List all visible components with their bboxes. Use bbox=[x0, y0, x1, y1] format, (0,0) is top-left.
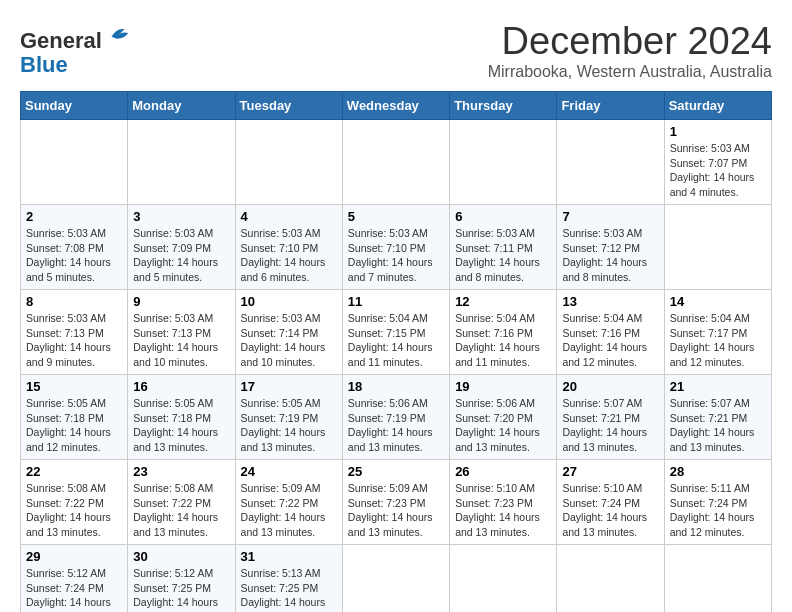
day-number: 26 bbox=[455, 464, 551, 479]
day-number: 16 bbox=[133, 379, 229, 394]
logo-bird-icon bbox=[104, 20, 132, 48]
calendar-week-6: 29Sunrise: 5:12 AMSunset: 7:24 PMDayligh… bbox=[21, 545, 772, 613]
weekday-header-wednesday: Wednesday bbox=[342, 92, 449, 120]
day-info: Sunrise: 5:06 AMSunset: 7:19 PMDaylight:… bbox=[348, 396, 444, 455]
day-number: 30 bbox=[133, 549, 229, 564]
day-number: 29 bbox=[26, 549, 122, 564]
calendar-cell: 10Sunrise: 5:03 AMSunset: 7:14 PMDayligh… bbox=[235, 290, 342, 375]
weekday-header-saturday: Saturday bbox=[664, 92, 771, 120]
day-info: Sunrise: 5:04 AMSunset: 7:16 PMDaylight:… bbox=[562, 311, 658, 370]
calendar-cell bbox=[557, 120, 664, 205]
calendar-cell bbox=[342, 545, 449, 613]
calendar-cell: 19Sunrise: 5:06 AMSunset: 7:20 PMDayligh… bbox=[450, 375, 557, 460]
calendar-cell: 26Sunrise: 5:10 AMSunset: 7:23 PMDayligh… bbox=[450, 460, 557, 545]
calendar-cell bbox=[342, 120, 449, 205]
calendar-cell: 7Sunrise: 5:03 AMSunset: 7:12 PMDaylight… bbox=[557, 205, 664, 290]
title-block: December 2024 Mirrabooka, Western Austra… bbox=[488, 20, 772, 81]
day-info: Sunrise: 5:04 AMSunset: 7:16 PMDaylight:… bbox=[455, 311, 551, 370]
weekday-header-tuesday: Tuesday bbox=[235, 92, 342, 120]
day-info: Sunrise: 5:13 AMSunset: 7:25 PMDaylight:… bbox=[241, 566, 337, 612]
day-number: 2 bbox=[26, 209, 122, 224]
day-number: 7 bbox=[562, 209, 658, 224]
day-info: Sunrise: 5:03 AMSunset: 7:11 PMDaylight:… bbox=[455, 226, 551, 285]
calendar-cell: 5Sunrise: 5:03 AMSunset: 7:10 PMDaylight… bbox=[342, 205, 449, 290]
day-number: 4 bbox=[241, 209, 337, 224]
calendar-cell bbox=[664, 545, 771, 613]
day-number: 18 bbox=[348, 379, 444, 394]
calendar-week-4: 15Sunrise: 5:05 AMSunset: 7:18 PMDayligh… bbox=[21, 375, 772, 460]
calendar-cell: 14Sunrise: 5:04 AMSunset: 7:17 PMDayligh… bbox=[664, 290, 771, 375]
logo-blue: Blue bbox=[20, 52, 68, 77]
calendar-cell: 21Sunrise: 5:07 AMSunset: 7:21 PMDayligh… bbox=[664, 375, 771, 460]
day-info: Sunrise: 5:09 AMSunset: 7:23 PMDaylight:… bbox=[348, 481, 444, 540]
calendar-cell: 22Sunrise: 5:08 AMSunset: 7:22 PMDayligh… bbox=[21, 460, 128, 545]
weekday-header-friday: Friday bbox=[557, 92, 664, 120]
day-number: 23 bbox=[133, 464, 229, 479]
calendar-cell: 23Sunrise: 5:08 AMSunset: 7:22 PMDayligh… bbox=[128, 460, 235, 545]
logo: General Blue bbox=[20, 20, 132, 77]
day-number: 20 bbox=[562, 379, 658, 394]
calendar-week-1: 1Sunrise: 5:03 AMSunset: 7:07 PMDaylight… bbox=[21, 120, 772, 205]
calendar-cell: 27Sunrise: 5:10 AMSunset: 7:24 PMDayligh… bbox=[557, 460, 664, 545]
day-info: Sunrise: 5:05 AMSunset: 7:19 PMDaylight:… bbox=[241, 396, 337, 455]
day-info: Sunrise: 5:03 AMSunset: 7:09 PMDaylight:… bbox=[133, 226, 229, 285]
day-info: Sunrise: 5:03 AMSunset: 7:12 PMDaylight:… bbox=[562, 226, 658, 285]
calendar-week-2: 2Sunrise: 5:03 AMSunset: 7:08 PMDaylight… bbox=[21, 205, 772, 290]
day-info: Sunrise: 5:04 AMSunset: 7:17 PMDaylight:… bbox=[670, 311, 766, 370]
day-info: Sunrise: 5:03 AMSunset: 7:08 PMDaylight:… bbox=[26, 226, 122, 285]
day-info: Sunrise: 5:06 AMSunset: 7:20 PMDaylight:… bbox=[455, 396, 551, 455]
day-info: Sunrise: 5:11 AMSunset: 7:24 PMDaylight:… bbox=[670, 481, 766, 540]
calendar-cell: 30Sunrise: 5:12 AMSunset: 7:25 PMDayligh… bbox=[128, 545, 235, 613]
weekday-header-sunday: Sunday bbox=[21, 92, 128, 120]
day-info: Sunrise: 5:07 AMSunset: 7:21 PMDaylight:… bbox=[670, 396, 766, 455]
month-title: December 2024 bbox=[488, 20, 772, 63]
day-info: Sunrise: 5:08 AMSunset: 7:22 PMDaylight:… bbox=[133, 481, 229, 540]
location-subtitle: Mirrabooka, Western Australia, Australia bbox=[488, 63, 772, 81]
day-number: 28 bbox=[670, 464, 766, 479]
day-info: Sunrise: 5:12 AMSunset: 7:25 PMDaylight:… bbox=[133, 566, 229, 612]
day-number: 5 bbox=[348, 209, 444, 224]
calendar-cell bbox=[21, 120, 128, 205]
day-info: Sunrise: 5:07 AMSunset: 7:21 PMDaylight:… bbox=[562, 396, 658, 455]
calendar-cell: 31Sunrise: 5:13 AMSunset: 7:25 PMDayligh… bbox=[235, 545, 342, 613]
day-number: 1 bbox=[670, 124, 766, 139]
day-info: Sunrise: 5:05 AMSunset: 7:18 PMDaylight:… bbox=[26, 396, 122, 455]
calendar-cell: 3Sunrise: 5:03 AMSunset: 7:09 PMDaylight… bbox=[128, 205, 235, 290]
day-number: 10 bbox=[241, 294, 337, 309]
calendar-cell bbox=[664, 205, 771, 290]
day-info: Sunrise: 5:05 AMSunset: 7:18 PMDaylight:… bbox=[133, 396, 229, 455]
calendar-cell: 20Sunrise: 5:07 AMSunset: 7:21 PMDayligh… bbox=[557, 375, 664, 460]
calendar-cell bbox=[557, 545, 664, 613]
calendar-cell: 9Sunrise: 5:03 AMSunset: 7:13 PMDaylight… bbox=[128, 290, 235, 375]
calendar-cell: 15Sunrise: 5:05 AMSunset: 7:18 PMDayligh… bbox=[21, 375, 128, 460]
calendar-cell: 12Sunrise: 5:04 AMSunset: 7:16 PMDayligh… bbox=[450, 290, 557, 375]
calendar-cell: 6Sunrise: 5:03 AMSunset: 7:11 PMDaylight… bbox=[450, 205, 557, 290]
calendar-cell: 25Sunrise: 5:09 AMSunset: 7:23 PMDayligh… bbox=[342, 460, 449, 545]
day-number: 24 bbox=[241, 464, 337, 479]
weekday-header-thursday: Thursday bbox=[450, 92, 557, 120]
calendar-cell: 11Sunrise: 5:04 AMSunset: 7:15 PMDayligh… bbox=[342, 290, 449, 375]
day-number: 11 bbox=[348, 294, 444, 309]
calendar-cell: 29Sunrise: 5:12 AMSunset: 7:24 PMDayligh… bbox=[21, 545, 128, 613]
calendar-cell: 16Sunrise: 5:05 AMSunset: 7:18 PMDayligh… bbox=[128, 375, 235, 460]
calendar-cell: 28Sunrise: 5:11 AMSunset: 7:24 PMDayligh… bbox=[664, 460, 771, 545]
calendar-cell: 24Sunrise: 5:09 AMSunset: 7:22 PMDayligh… bbox=[235, 460, 342, 545]
calendar-cell: 4Sunrise: 5:03 AMSunset: 7:10 PMDaylight… bbox=[235, 205, 342, 290]
day-info: Sunrise: 5:08 AMSunset: 7:22 PMDaylight:… bbox=[26, 481, 122, 540]
day-info: Sunrise: 5:10 AMSunset: 7:23 PMDaylight:… bbox=[455, 481, 551, 540]
day-number: 21 bbox=[670, 379, 766, 394]
day-number: 3 bbox=[133, 209, 229, 224]
day-number: 25 bbox=[348, 464, 444, 479]
calendar-cell: 2Sunrise: 5:03 AMSunset: 7:08 PMDaylight… bbox=[21, 205, 128, 290]
day-info: Sunrise: 5:03 AMSunset: 7:10 PMDaylight:… bbox=[348, 226, 444, 285]
calendar-table: SundayMondayTuesdayWednesdayThursdayFrid… bbox=[20, 91, 772, 612]
day-number: 19 bbox=[455, 379, 551, 394]
day-number: 6 bbox=[455, 209, 551, 224]
day-info: Sunrise: 5:03 AMSunset: 7:10 PMDaylight:… bbox=[241, 226, 337, 285]
day-number: 9 bbox=[133, 294, 229, 309]
calendar-cell bbox=[235, 120, 342, 205]
day-number: 15 bbox=[26, 379, 122, 394]
day-number: 8 bbox=[26, 294, 122, 309]
day-number: 14 bbox=[670, 294, 766, 309]
calendar-cell: 13Sunrise: 5:04 AMSunset: 7:16 PMDayligh… bbox=[557, 290, 664, 375]
